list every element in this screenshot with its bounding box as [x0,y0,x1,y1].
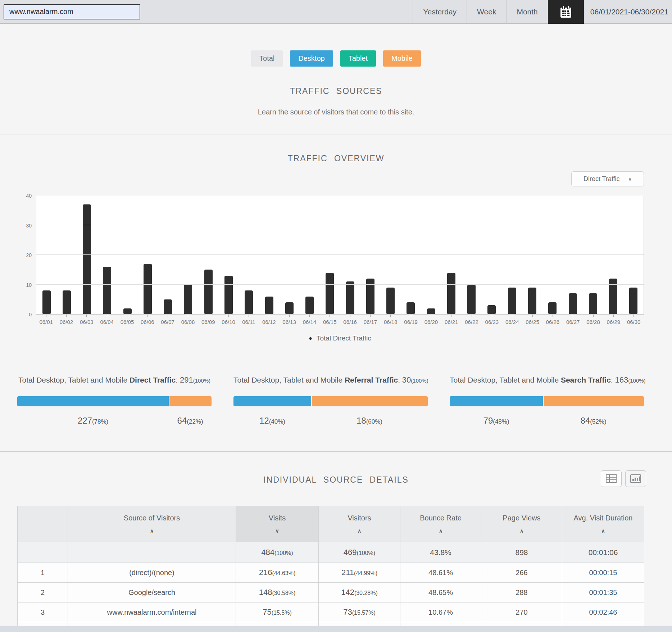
mobile-share-segment [169,396,212,406]
column-header-page-views[interactable]: Page Views∧ [481,506,562,542]
filter-desktop-button[interactable]: Desktop [290,50,333,67]
chart-bar[interactable] [42,290,51,314]
chart-bar[interactable] [487,305,496,314]
week-button[interactable]: Week [467,0,506,24]
chart-bar[interactable] [346,281,354,314]
horizontal-scrollbar[interactable] [0,626,672,632]
cell-visitors: 211(44.99%) [319,563,400,583]
chevron-down-icon: ∨ [628,176,632,182]
x-axis-tick [451,315,451,317]
chart-bar[interactable] [103,267,111,314]
traffic-overview-section: TRAFFIC OVERVIEW Direct Traffic ∨ 010203… [0,135,672,452]
x-axis-tick-label: 06/28 [586,319,600,325]
sort-asc-icon: ∧ [562,528,644,534]
chart-bar[interactable] [83,204,91,314]
sort-desc-icon: ∨ [236,528,318,534]
x-axis-tick [309,315,310,317]
column-header-visits[interactable]: Visits∨ [236,506,319,542]
chart-bar[interactable] [164,299,172,314]
filter-total-button[interactable]: Total [251,50,283,67]
chart-bar[interactable] [407,302,415,314]
chart-bar[interactable] [569,293,577,314]
x-axis-tick [66,315,67,317]
cell-source: www.nwaalarm.com/internal [68,602,236,622]
url-input[interactable] [4,4,140,19]
x-axis-tick-label: 06/19 [404,319,418,325]
column-header-visitors[interactable]: Visitors∧ [319,506,400,542]
mobile-share-segment [543,396,644,406]
cell-rank: 1 [18,563,68,583]
x-axis-tick-label: 06/08 [181,319,195,325]
summary-referral-traffic: Total Desktop, Tablet and Mobile Referra… [233,375,428,426]
traffic-type-dropdown[interactable]: Direct Traffic ∨ [571,171,644,186]
summary-search-traffic: Total Desktop, Tablet and Mobile Search … [450,375,644,426]
chart-bar[interactable] [123,308,132,315]
chart-bar[interactable] [508,288,516,314]
bar-chart-view-icon [630,474,641,483]
chart-bar[interactable] [305,297,314,315]
chart-y-axis: 010203040 [19,196,34,315]
topbar: Yesterday Week Month 06/01/2021-06/30/20… [0,0,672,24]
calendar-icon [560,5,572,19]
chart-bar[interactable] [427,308,435,315]
left-share-label: 12(40%) [233,416,311,426]
cell-rank: 3 [18,602,68,622]
filter-tablet-button[interactable]: Tablet [340,50,376,67]
traffic-summaries: Total Desktop, Tablet and Mobile Direct … [17,375,644,426]
x-axis-tick-label: 06/01 [39,319,53,325]
cell-source: (direct)/(none) [68,563,236,583]
column-header-bounce-rate[interactable]: Bounce Rate∧ [400,506,481,542]
cell-page-views: 898 [481,542,562,563]
chart-bar[interactable] [326,273,334,315]
chart-bar[interactable] [204,270,213,314]
x-axis-tick [107,315,107,317]
x-axis-tick-label: 06/18 [384,319,398,325]
month-button[interactable]: Month [506,0,548,24]
chart-bar[interactable] [528,288,536,314]
x-axis-tick [330,315,330,317]
cell-avg-duration: 00:01:06 [562,542,644,563]
x-axis-tick [411,315,411,317]
chart-bar[interactable] [629,288,637,314]
column-header-source-of-visitors[interactable]: Source of Visitors∧ [68,506,236,542]
cell-bounce-rate: 48.65% [400,583,481,602]
table-view-button[interactable] [601,470,622,487]
column-header-avg-visit-duration[interactable]: Avg. Visit Duration∧ [562,506,644,542]
calendar-button[interactable] [548,0,584,24]
chart-bar[interactable] [589,293,597,314]
x-axis-tick-label: 06/03 [80,319,94,325]
chart-bar[interactable] [63,290,71,314]
chart-bar[interactable] [447,273,455,315]
cell-bounce-rate: 10.67% [400,602,481,622]
chart-bar[interactable] [184,285,192,315]
chart-bar[interactable] [386,288,395,314]
x-axis-tick-label: 06/07 [161,319,174,325]
legend-label: Total Direct Traffic [317,334,371,342]
chart-bar[interactable] [265,297,273,315]
x-axis-tick-label: 06/15 [323,319,337,325]
chart-bar[interactable] [144,264,152,314]
y-axis-tick-label: 20 [26,252,32,258]
x-axis-tick-label: 06/06 [141,319,154,325]
cell-avg-duration: 00:00:15 [562,563,644,583]
traffic-sources-section: Total Desktop Tablet Mobile TRAFFIC SOUR… [0,24,672,135]
x-axis-tick [147,315,147,317]
chart-bar[interactable] [548,302,557,314]
traffic-sources-title: TRAFFIC SOURCES [0,86,672,96]
x-axis-tick [634,315,634,317]
cell-visits: 484(100%) [236,542,319,563]
traffic-overview-title: TRAFFIC OVERVIEW [0,154,672,163]
chart-view-button[interactable] [625,470,646,487]
x-axis-tick [350,315,350,317]
cell-page-views: 270 [481,602,562,622]
chart-bar[interactable] [285,302,294,314]
table-view-icon [606,474,617,483]
chart-bar[interactable] [224,276,233,314]
cell-page-views: 266 [481,563,562,583]
chart-bar[interactable] [467,285,476,315]
chart-bar[interactable] [245,290,253,314]
filter-mobile-button[interactable]: Mobile [383,50,421,67]
right-share-label: 18(60%) [311,416,428,426]
gridline [36,225,644,225]
yesterday-button[interactable]: Yesterday [413,0,467,24]
